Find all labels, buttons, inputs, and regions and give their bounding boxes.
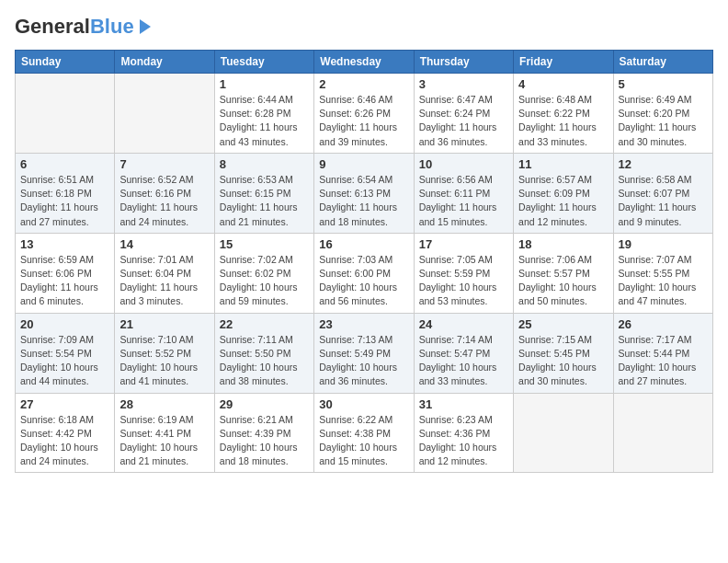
day-info: Sunrise: 7:11 AMSunset: 5:50 PMDaylight:… — [220, 333, 309, 389]
calendar-table: SundayMondayTuesdayWednesdayThursdayFrid… — [15, 50, 713, 473]
day-number: 8 — [220, 157, 309, 171]
day-info: Sunrise: 6:23 AMSunset: 4:36 PMDaylight:… — [419, 413, 508, 469]
day-number: 3 — [419, 77, 508, 91]
logo-arrow-icon — [136, 17, 154, 36]
day-info: Sunrise: 7:05 AMSunset: 5:59 PMDaylight:… — [419, 253, 508, 309]
calendar-cell — [115, 74, 214, 154]
day-number: 21 — [119, 317, 209, 331]
day-info: Sunrise: 7:06 AMSunset: 5:57 PMDaylight:… — [518, 253, 608, 309]
logo: GeneralBlue — [15, 15, 154, 39]
col-header-friday: Friday — [514, 51, 613, 74]
calendar-cell: 3Sunrise: 6:47 AMSunset: 6:24 PMDaylight… — [414, 74, 513, 154]
day-info: Sunrise: 6:53 AMSunset: 6:15 PMDaylight:… — [220, 173, 309, 229]
calendar-cell: 2Sunrise: 6:46 AMSunset: 6:26 PMDaylight… — [314, 74, 414, 154]
day-info: Sunrise: 6:18 AMSunset: 4:42 PMDaylight:… — [20, 413, 109, 469]
day-info: Sunrise: 6:48 AMSunset: 6:22 PMDaylight:… — [518, 93, 608, 149]
calendar-cell: 16Sunrise: 7:03 AMSunset: 6:00 PMDayligh… — [314, 233, 414, 313]
day-info: Sunrise: 6:56 AMSunset: 6:11 PMDaylight:… — [419, 173, 508, 229]
calendar-week-row: 20Sunrise: 7:09 AMSunset: 5:54 PMDayligh… — [16, 313, 713, 393]
logo-blue: Blue — [90, 15, 134, 38]
calendar-cell: 29Sunrise: 6:21 AMSunset: 4:39 PMDayligh… — [214, 393, 313, 473]
day-info: Sunrise: 7:14 AMSunset: 5:47 PMDaylight:… — [419, 333, 508, 389]
calendar-cell: 26Sunrise: 7:17 AMSunset: 5:44 PMDayligh… — [613, 313, 712, 393]
day-number: 1 — [220, 77, 309, 91]
day-info: Sunrise: 7:15 AMSunset: 5:45 PMDaylight:… — [518, 333, 608, 389]
calendar-cell: 1Sunrise: 6:44 AMSunset: 6:28 PMDaylight… — [214, 74, 313, 154]
col-header-monday: Monday — [115, 51, 214, 74]
day-info: Sunrise: 7:10 AMSunset: 5:52 PMDaylight:… — [119, 333, 209, 389]
day-number: 29 — [220, 397, 309, 411]
day-info: Sunrise: 7:01 AMSunset: 6:04 PMDaylight:… — [119, 253, 209, 309]
calendar-cell: 25Sunrise: 7:15 AMSunset: 5:45 PMDayligh… — [514, 313, 613, 393]
day-number: 15 — [220, 237, 309, 251]
day-info: Sunrise: 6:44 AMSunset: 6:28 PMDaylight:… — [220, 93, 309, 149]
day-number: 14 — [119, 237, 209, 251]
day-number: 12 — [619, 157, 708, 171]
calendar-cell: 7Sunrise: 6:52 AMSunset: 6:16 PMDaylight… — [115, 153, 214, 233]
day-info: Sunrise: 6:21 AMSunset: 4:39 PMDaylight:… — [220, 413, 309, 469]
day-number: 6 — [20, 157, 109, 171]
calendar-cell: 11Sunrise: 6:57 AMSunset: 6:09 PMDayligh… — [514, 153, 613, 233]
col-header-wednesday: Wednesday — [314, 51, 414, 74]
day-info: Sunrise: 6:22 AMSunset: 4:38 PMDaylight:… — [319, 413, 408, 469]
calendar-cell: 14Sunrise: 7:01 AMSunset: 6:04 PMDayligh… — [115, 233, 214, 313]
calendar-cell: 27Sunrise: 6:18 AMSunset: 4:42 PMDayligh… — [16, 393, 115, 473]
day-number: 25 — [518, 317, 608, 331]
logo-general: General — [15, 15, 90, 38]
day-number: 18 — [518, 237, 608, 251]
calendar-cell: 13Sunrise: 6:59 AMSunset: 6:06 PMDayligh… — [16, 233, 115, 313]
day-number: 10 — [419, 157, 508, 171]
calendar-cell: 9Sunrise: 6:54 AMSunset: 6:13 PMDaylight… — [314, 153, 414, 233]
calendar-cell: 19Sunrise: 7:07 AMSunset: 5:55 PMDayligh… — [613, 233, 712, 313]
calendar-cell: 4Sunrise: 6:48 AMSunset: 6:22 PMDaylight… — [514, 74, 613, 154]
day-number: 20 — [20, 317, 109, 331]
day-info: Sunrise: 6:49 AMSunset: 6:20 PMDaylight:… — [619, 93, 708, 149]
day-number: 27 — [20, 397, 109, 411]
day-number: 4 — [518, 77, 608, 91]
calendar-cell: 21Sunrise: 7:10 AMSunset: 5:52 PMDayligh… — [115, 313, 214, 393]
day-info: Sunrise: 6:46 AMSunset: 6:26 PMDaylight:… — [319, 93, 408, 149]
calendar-cell: 18Sunrise: 7:06 AMSunset: 5:57 PMDayligh… — [514, 233, 613, 313]
day-number: 13 — [20, 237, 109, 251]
day-info: Sunrise: 6:57 AMSunset: 6:09 PMDaylight:… — [518, 173, 608, 229]
day-number: 19 — [619, 237, 708, 251]
calendar-cell: 22Sunrise: 7:11 AMSunset: 5:50 PMDayligh… — [214, 313, 313, 393]
day-info: Sunrise: 6:47 AMSunset: 6:24 PMDaylight:… — [419, 93, 508, 149]
day-number: 2 — [319, 77, 408, 91]
day-info: Sunrise: 7:09 AMSunset: 5:54 PMDaylight:… — [20, 333, 109, 389]
day-number: 24 — [419, 317, 508, 331]
calendar-cell: 5Sunrise: 6:49 AMSunset: 6:20 PMDaylight… — [613, 74, 712, 154]
svg-marker-0 — [140, 19, 151, 34]
calendar-cell: 24Sunrise: 7:14 AMSunset: 5:47 PMDayligh… — [414, 313, 513, 393]
calendar-cell: 20Sunrise: 7:09 AMSunset: 5:54 PMDayligh… — [16, 313, 115, 393]
col-header-saturday: Saturday — [613, 51, 712, 74]
calendar-cell: 30Sunrise: 6:22 AMSunset: 4:38 PMDayligh… — [314, 393, 414, 473]
calendar-cell — [613, 393, 712, 473]
col-header-sunday: Sunday — [16, 51, 115, 74]
day-number: 22 — [220, 317, 309, 331]
day-number: 23 — [319, 317, 408, 331]
day-info: Sunrise: 7:03 AMSunset: 6:00 PMDaylight:… — [319, 253, 408, 309]
calendar-cell: 10Sunrise: 6:56 AMSunset: 6:11 PMDayligh… — [414, 153, 513, 233]
day-info: Sunrise: 7:13 AMSunset: 5:49 PMDaylight:… — [319, 333, 408, 389]
day-info: Sunrise: 6:58 AMSunset: 6:07 PMDaylight:… — [619, 173, 708, 229]
day-info: Sunrise: 6:54 AMSunset: 6:13 PMDaylight:… — [319, 173, 408, 229]
calendar-week-row: 6Sunrise: 6:51 AMSunset: 6:18 PMDaylight… — [16, 153, 713, 233]
calendar-cell: 12Sunrise: 6:58 AMSunset: 6:07 PMDayligh… — [613, 153, 712, 233]
calendar-cell — [514, 393, 613, 473]
day-info: Sunrise: 7:17 AMSunset: 5:44 PMDaylight:… — [619, 333, 708, 389]
calendar-week-row: 13Sunrise: 6:59 AMSunset: 6:06 PMDayligh… — [16, 233, 713, 313]
day-number: 26 — [619, 317, 708, 331]
calendar-cell: 31Sunrise: 6:23 AMSunset: 4:36 PMDayligh… — [414, 393, 513, 473]
calendar-week-row: 27Sunrise: 6:18 AMSunset: 4:42 PMDayligh… — [16, 393, 713, 473]
day-number: 17 — [419, 237, 508, 251]
day-number: 5 — [619, 77, 708, 91]
day-number: 28 — [119, 397, 209, 411]
page-header: GeneralBlue — [15, 15, 713, 39]
day-info: Sunrise: 7:02 AMSunset: 6:02 PMDaylight:… — [220, 253, 309, 309]
calendar-cell: 15Sunrise: 7:02 AMSunset: 6:02 PMDayligh… — [214, 233, 313, 313]
day-info: Sunrise: 6:59 AMSunset: 6:06 PMDaylight:… — [20, 253, 109, 309]
calendar-header-row: SundayMondayTuesdayWednesdayThursdayFrid… — [16, 51, 713, 74]
calendar-cell: 28Sunrise: 6:19 AMSunset: 4:41 PMDayligh… — [115, 393, 214, 473]
day-number: 30 — [319, 397, 408, 411]
